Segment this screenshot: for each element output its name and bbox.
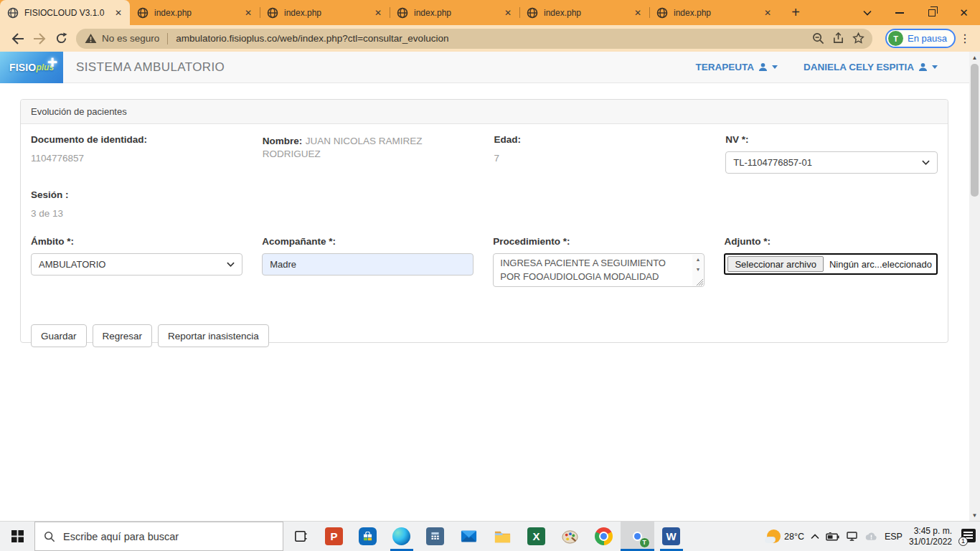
share-button[interactable]: [828, 29, 848, 48]
bookmark-star-button[interactable]: [848, 29, 868, 48]
nav-terapeuta-menu[interactable]: TERAPEUTA: [695, 62, 778, 72]
word-app-button[interactable]: W: [654, 522, 688, 551]
tab-indexphp-4[interactable]: index.php ✕: [519, 0, 649, 25]
nv-label: NV *:: [725, 134, 938, 145]
documento-label: Documento de identidad:: [31, 134, 243, 145]
app-header: FISIOplus + SISTEMA AMBULATORIO TERAPEUT…: [0, 52, 969, 83]
forward-icon: [33, 33, 46, 44]
minimize-button[interactable]: [883, 0, 915, 25]
ambito-select[interactable]: AMBULATORIO: [31, 253, 242, 276]
tab-fisiocloud[interactable]: FISIOCLOUD V3.1.0 ✕: [0, 0, 130, 25]
nav-user-menu[interactable]: DANIELA CELY ESPITIA: [804, 62, 938, 72]
zoom-out-icon: [812, 32, 824, 44]
chrome-icon: [595, 527, 613, 545]
reload-button[interactable]: [50, 28, 72, 50]
scroll-down-icon[interactable]: ▼: [969, 509, 980, 521]
calculator-icon: [426, 527, 444, 545]
globe-favicon-icon: [397, 7, 408, 19]
taskbar-search[interactable]: [34, 522, 283, 551]
tab-close-icon[interactable]: ✕: [242, 7, 254, 19]
nv-select[interactable]: TL-1104776857-01: [725, 151, 938, 174]
onedrive-status[interactable]: [864, 532, 878, 541]
tab-indexphp-5[interactable]: index.php ✕: [649, 0, 779, 25]
forward-button[interactable]: [29, 28, 50, 50]
scroll-up-icon[interactable]: ▲: [692, 255, 703, 265]
browser-menu-button[interactable]: ⋮: [956, 32, 974, 45]
cloud-icon: [864, 532, 878, 541]
fisioplus-logo[interactable]: FISIOplus +: [0, 52, 63, 83]
weather-widget[interactable]: 28°C: [767, 529, 804, 543]
network-icon: [846, 532, 858, 541]
language-label: ESP: [885, 532, 903, 542]
evolucion-panel: Evolución de pacientes Documento de iden…: [20, 99, 948, 343]
chrome-app-button[interactable]: [587, 522, 621, 551]
restore-button[interactable]: [915, 0, 948, 25]
powerpoint-app-button[interactable]: P: [317, 522, 351, 551]
sesion-field: Sesión : 3 de 13: [31, 189, 938, 219]
url-text[interactable]: ambulatorio.fisioplus.co/web/index.php?c…: [176, 33, 808, 44]
network-status[interactable]: [846, 532, 858, 541]
file-explorer-app-button[interactable]: [486, 522, 519, 551]
tab-indexphp-3[interactable]: index.php ✕: [390, 0, 519, 25]
globe-favicon-icon: [7, 7, 19, 19]
chrome-profile-app-button[interactable]: T: [621, 522, 654, 551]
tab-title: index.php: [544, 8, 626, 18]
tab-close-icon[interactable]: ✕: [372, 7, 384, 19]
profile-chip[interactable]: T En pausa: [885, 29, 956, 48]
calculator-app-button[interactable]: [418, 522, 452, 551]
tab-search-chevron-icon[interactable]: [851, 0, 883, 25]
word-icon: W: [662, 527, 680, 545]
minimize-icon: [895, 12, 904, 14]
store-app-button[interactable]: [351, 522, 385, 551]
reportar-inasistencia-button[interactable]: Reportar inasistencia: [158, 324, 269, 347]
notification-center-button[interactable]: 1: [958, 529, 976, 545]
tray-expand-button[interactable]: [811, 534, 819, 540]
resize-grip-icon[interactable]: [696, 278, 703, 286]
scroll-down-icon[interactable]: ▼: [692, 265, 703, 275]
task-view-button[interactable]: [283, 522, 317, 551]
battery-status[interactable]: [826, 532, 839, 541]
edge-icon: [392, 527, 410, 545]
windows-logo-icon: [11, 530, 24, 542]
tab-title: index.php: [154, 8, 237, 18]
tab-close-icon[interactable]: ✕: [113, 7, 124, 19]
adjunto-file-input[interactable]: Seleccionar archivo Ningún arc...eleccio…: [724, 253, 938, 275]
back-button[interactable]: [7, 28, 29, 50]
excel-app-button[interactable]: X: [519, 522, 553, 551]
adjunto-label: Adjunto *:: [724, 236, 938, 247]
page-scrollbar[interactable]: ▲ ▼: [969, 52, 980, 521]
omnibox-divider: [167, 33, 168, 44]
ambito-select-value: AMBULATORIO: [39, 259, 105, 270]
acompanante-label: Acompañante *:: [262, 236, 473, 247]
start-button[interactable]: [0, 522, 34, 551]
zoom-out-button[interactable]: [808, 29, 828, 48]
avatar: T: [888, 31, 903, 46]
paint-app-button[interactable]: [553, 522, 587, 551]
tab-close-icon[interactable]: ✕: [762, 7, 773, 19]
tab-indexphp-2[interactable]: index.php ✕: [260, 0, 390, 25]
clock-widget[interactable]: 3:45 p. m. 31/01/2022: [909, 526, 952, 547]
tab-indexphp-1[interactable]: index.php ✕: [130, 0, 260, 25]
sesion-label: Sesión :: [31, 189, 938, 200]
procedimiento-field: Procedimiento *: INGRESA PACIENTE A SEGU…: [493, 236, 705, 287]
scroll-up-icon[interactable]: ▲: [969, 52, 980, 63]
profile-badge: T: [639, 537, 650, 548]
mail-app-button[interactable]: [452, 522, 486, 551]
scrollbar-thumb[interactable]: [971, 64, 979, 197]
site-security-chip[interactable]: No es seguro: [85, 33, 159, 44]
regresar-button[interactable]: Regresar: [93, 324, 153, 347]
address-bar[interactable]: No es seguro ambulatorio.fisioplus.co/we…: [76, 29, 872, 49]
language-indicator[interactable]: ESP: [885, 532, 903, 542]
search-input[interactable]: [63, 531, 264, 542]
procedimiento-textarea[interactable]: INGRESA PACIENTE A SEGUIMIENTO POR FOOAU…: [493, 253, 705, 287]
tab-close-icon[interactable]: ✕: [502, 7, 514, 19]
guardar-button[interactable]: Guardar: [31, 324, 87, 347]
close-window-button[interactable]: ✕: [948, 0, 980, 25]
tab-divider: [390, 7, 390, 18]
edge-app-button[interactable]: [385, 522, 418, 551]
new-tab-button[interactable]: +: [783, 3, 808, 23]
acompanante-input[interactable]: Madre: [262, 253, 473, 276]
weather-icon: [767, 529, 781, 543]
tab-close-icon[interactable]: ✕: [632, 7, 644, 19]
seleccionar-archivo-button[interactable]: Seleccionar archivo: [727, 256, 823, 272]
